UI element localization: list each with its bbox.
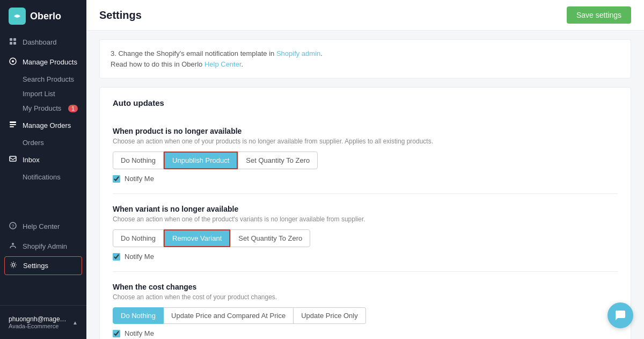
svg-point-13 <box>12 243 14 245</box>
top-notice-text4: . <box>241 60 244 68</box>
top-notice-text2: . <box>320 49 323 57</box>
svg-rect-9 <box>10 126 14 127</box>
sidebar-item-manage-products-label: Manage Products <box>23 58 77 66</box>
svg-rect-4 <box>13 42 16 45</box>
subsection-product-unavailable: When product is no longer available Choo… <box>113 116 618 194</box>
top-notice-text3: Read how to do this in Oberlo <box>111 60 204 68</box>
subsection-cost-changes: When the cost changes Choose an action w… <box>113 272 618 339</box>
sidebar-nav: Dashboard Manage Products Search Product… <box>0 32 86 305</box>
cost-changes-options: Do Nothing Update Price and Compared At … <box>113 307 618 324</box>
svg-rect-10 <box>10 156 16 161</box>
inbox-icon <box>9 155 17 164</box>
svg-rect-8 <box>10 124 16 125</box>
logo-text: Oberlo <box>30 11 61 22</box>
variant-unavailable-notify-row: Notify Me <box>113 253 618 261</box>
product-unavailable-unpublish[interactable]: Unpublish Product <box>164 152 238 169</box>
manage-products-icon <box>9 57 17 67</box>
top-notice: 3. Change the Shopify's email notificati… <box>99 39 631 78</box>
main-header: Settings Save settings <box>86 0 644 31</box>
cost-changes-update-price-only[interactable]: Update Price Only <box>294 307 366 324</box>
sidebar-item-shopify-admin-label: Shopify Admin <box>23 242 67 250</box>
logo[interactable]: Oberlo <box>0 0 86 32</box>
my-products-badge: 1 <box>68 105 78 112</box>
variant-unavailable-set-qty-zero[interactable]: Set Quantity To Zero <box>230 229 310 247</box>
logo-icon <box>9 8 26 25</box>
sidebar-item-inbox[interactable]: Inbox <box>0 150 86 170</box>
cost-changes-notify-checkbox[interactable] <box>113 330 120 337</box>
cost-changes-do-nothing[interactable]: Do Nothing <box>113 307 164 324</box>
variant-unavailable-do-nothing[interactable]: Do Nothing <box>113 229 164 247</box>
user-info: phuongnh@magepla… Avada-Ecommerce <box>9 315 68 329</box>
top-notice-text1: 3. Change the Shopify's email notificati… <box>111 49 276 57</box>
svg-point-14 <box>12 264 15 266</box>
help-center-link[interactable]: Help Center <box>204 60 241 68</box>
cost-changes-update-price-compared[interactable]: Update Price and Compared At Price <box>164 307 294 324</box>
sidebar-item-dashboard[interactable]: Dashboard <box>0 32 86 52</box>
product-unavailable-desc: Choose an action when one of your produc… <box>113 138 618 145</box>
svg-point-6 <box>12 60 14 62</box>
cost-changes-notify-label: Notify Me <box>125 329 154 337</box>
variant-unavailable-notify-checkbox[interactable] <box>113 253 120 261</box>
sidebar-item-settings[interactable]: Settings <box>4 256 82 275</box>
sidebar-subitem-notifications[interactable]: Notifications <box>0 170 86 184</box>
cost-changes-title: When the cost changes <box>113 283 618 291</box>
save-settings-button[interactable]: Save settings <box>567 6 631 24</box>
variant-unavailable-remove-variant[interactable]: Remove Variant <box>164 229 230 247</box>
product-unavailable-set-qty-zero[interactable]: Set Quantity To Zero <box>238 152 318 169</box>
sidebar-item-help-center[interactable]: ? Help Center <box>0 217 86 236</box>
svg-rect-7 <box>10 121 16 123</box>
sidebar-item-shopify-admin[interactable]: Shopify Admin <box>0 236 86 256</box>
svg-rect-2 <box>13 38 16 41</box>
main-area: Settings Save settings 3. Change the Sho… <box>86 0 644 339</box>
product-unavailable-do-nothing[interactable]: Do Nothing <box>113 152 164 169</box>
product-unavailable-notify-label: Notify Me <box>125 175 154 183</box>
sidebar-item-inbox-label: Inbox <box>23 156 40 164</box>
sidebar-subitem-orders[interactable]: Orders <box>0 135 86 150</box>
svg-rect-3 <box>10 42 12 45</box>
user-sub: Avada-Ecommerce <box>9 323 68 329</box>
chat-support-button[interactable] <box>608 302 633 328</box>
sidebar-item-manage-products[interactable]: Manage Products <box>0 52 86 72</box>
sidebar-item-dashboard-label: Dashboard <box>23 38 57 46</box>
svg-text:?: ? <box>12 223 14 229</box>
sidebar-subitem-import-list[interactable]: Import List <box>0 86 86 101</box>
user-profile[interactable]: phuongnh@magepla… Avada-Ecommerce ▲ <box>0 310 86 335</box>
sidebar-subitem-search-products[interactable]: Search Products <box>0 72 86 86</box>
help-icon: ? <box>9 222 17 231</box>
product-unavailable-title: When product is no longer available <box>113 127 618 135</box>
auto-updates-title: Auto updates <box>113 98 618 107</box>
page-title: Settings <box>99 9 142 21</box>
cost-changes-notify-row: Notify Me <box>113 329 618 337</box>
sidebar-item-manage-orders[interactable]: Manage Orders <box>0 116 86 135</box>
variant-unavailable-options: Do Nothing Remove Variant Set Quantity T… <box>113 229 618 247</box>
subsection-variant-unavailable: When variant is no longer available Choo… <box>113 194 618 272</box>
sidebar-bottom: phuongnh@magepla… Avada-Ecommerce ▲ <box>0 305 86 339</box>
variant-unavailable-title: When variant is no longer available <box>113 205 618 213</box>
sidebar-item-manage-orders-label: Manage Orders <box>23 121 71 129</box>
chevron-up-icon: ▲ <box>72 320 78 326</box>
product-unavailable-notify-checkbox[interactable] <box>113 175 120 183</box>
product-unavailable-options: Do Nothing Unpublish Product Set Quantit… <box>113 152 618 169</box>
svg-rect-1 <box>10 38 12 41</box>
shopify-admin-link[interactable]: Shopify admin <box>276 49 320 57</box>
user-name: phuongnh@magepla… <box>9 315 68 323</box>
sidebar-item-settings-label: Settings <box>23 262 48 270</box>
product-unavailable-notify-row: Notify Me <box>113 175 618 183</box>
dashboard-icon <box>9 38 17 47</box>
sidebar-item-help-center-label: Help Center <box>23 222 60 230</box>
sidebar-subitem-my-products[interactable]: My Products 1 <box>0 101 86 116</box>
manage-orders-icon <box>9 121 17 130</box>
variant-unavailable-desc: Choose an action when one of the product… <box>113 215 618 223</box>
settings-icon <box>9 261 18 270</box>
variant-unavailable-notify-label: Notify Me <box>125 253 154 261</box>
main-content: 3. Change the Shopify's email notificati… <box>86 31 644 339</box>
sidebar: Oberlo Dashboard Manage Products Search … <box>0 0 86 339</box>
auto-updates-card: Auto updates When product is no longer a… <box>99 87 631 339</box>
shopify-admin-icon <box>9 242 17 251</box>
my-products-label: My Products <box>23 104 61 112</box>
cost-changes-desc: Choose an action when the cost of your p… <box>113 293 618 301</box>
